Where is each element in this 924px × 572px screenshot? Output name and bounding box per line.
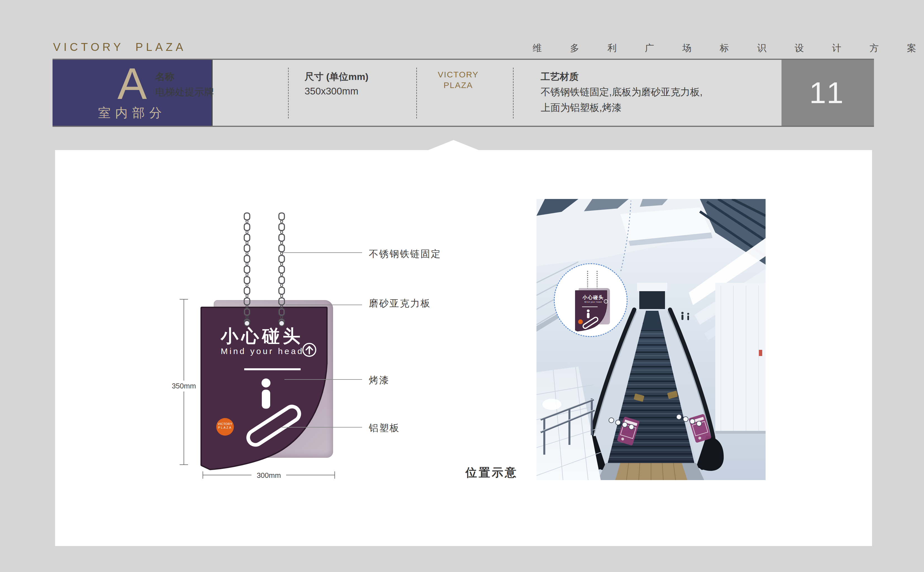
field-name-label: 名称: [155, 70, 174, 83]
escalator-icon: [242, 375, 303, 455]
logo-line2: PLAZA: [216, 426, 234, 429]
mini-up-arrow-icon: ↑: [604, 299, 608, 303]
dim-cap: [180, 465, 188, 465]
dim-width-label: 300mm: [252, 470, 286, 481]
header-divider: [288, 68, 289, 118]
location-photo: [536, 199, 766, 480]
hanging-chain-right: [278, 212, 285, 322]
field-name-value: 电梯处提示牌: [155, 85, 214, 99]
logo-line1: VICTORY: [216, 422, 234, 426]
dim-cap: [203, 471, 203, 479]
panel-notch-triangle: [428, 140, 478, 150]
escalator-photo-art: [536, 199, 766, 480]
header-divider: [513, 68, 514, 118]
header-brand-cell: VICTORY PLAZA: [427, 69, 489, 90]
sign-title-cn: 小心碰头: [221, 324, 303, 348]
dim-cap: [180, 299, 188, 300]
callout-label-acrylic: 磨砂亚克力板: [369, 297, 431, 310]
sign-divider-rule: [244, 368, 301, 370]
photo-inset-circle: 小心碰头 Mind your head ↑: [554, 263, 627, 337]
header-divider: [416, 68, 417, 118]
sign-title-en: Mind your head: [221, 347, 304, 356]
callout-label-chain: 不锈钢铁链固定: [369, 247, 441, 260]
callout-line: [284, 379, 362, 380]
header-bar: A 室内部分 名称 电梯处提示牌 尺寸 (单位mm) 350x300mm VIC…: [53, 59, 874, 127]
dim-height-label: 350mm: [168, 381, 200, 392]
page-number: 11: [781, 60, 874, 126]
brand-wordmark: VICTORY PLAZA: [53, 41, 186, 53]
callout-line: [286, 305, 362, 305]
doc-title: 维多利广场标识设计方案: [533, 42, 924, 54]
dim-cap: [334, 471, 335, 479]
field-material-line1: 不锈钢铁链固定,底板为磨砂亚克力板,: [540, 85, 702, 99]
field-material-line2: 上面为铝塑板,烤漆: [540, 101, 622, 114]
mini-logo-badge: [578, 319, 583, 324]
field-material-label: 工艺材质: [540, 70, 579, 83]
callout-label-panel: 铝塑板: [369, 422, 400, 435]
design-sheet-page: VICTORY PLAZA 维多利广场标识设计方案 A 室内部分 名称 电梯处提…: [0, 0, 924, 572]
page-number-box: 11: [781, 60, 874, 126]
section-letter: A: [53, 60, 212, 107]
section-label: 室内部分: [53, 104, 212, 121]
mini-sign-title-cn: 小心碰头: [578, 294, 608, 301]
up-arrow-circle-icon: [302, 343, 316, 357]
victory-plaza-logo-badge: VICTORY PLAZA: [216, 418, 234, 436]
photo-caption: 位置示意: [466, 465, 518, 480]
callout-label-paint: 烤漆: [369, 374, 390, 387]
hanging-chain-left: [243, 212, 251, 322]
header-brand-line1: VICTORY: [427, 69, 489, 80]
field-size-value: 350x300mm: [304, 85, 359, 97]
callout-line: [283, 252, 362, 253]
mini-divider-rule: [582, 306, 598, 307]
header-brand-line2: PLAZA: [427, 80, 489, 90]
mini-escalator-icon: [581, 308, 599, 331]
field-size-label: 尺寸 (单位mm): [304, 70, 368, 83]
callout-line: [282, 427, 362, 427]
